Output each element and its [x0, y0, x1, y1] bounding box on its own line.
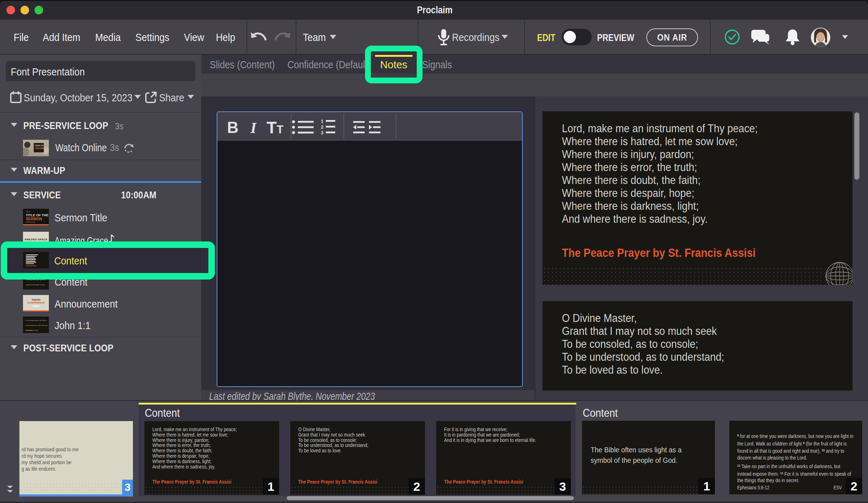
- svg-text:2: 2: [321, 124, 323, 130]
- svg-text:1: 1: [321, 119, 323, 124]
- svg-text:3: 3: [321, 130, 323, 135]
